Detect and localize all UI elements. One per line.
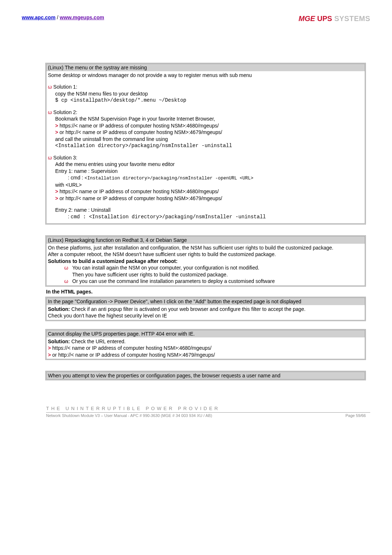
sol3-l3: : cmd : <Installation directory>/packagi… [48,174,363,182]
page-header: www.apc.com / www.mgeups.com MGE UPS SYS… [22,15,370,23]
box3-body: Solution: Check if an anti popup filter … [46,305,365,320]
box3-sol: Solution: Check if an anti popup filter … [48,306,363,312]
box1-intro: Some desktop or windows manager do not p… [48,72,363,78]
box3-l2: Check you don't have the highest securit… [48,312,363,319]
omega-icon: ω [48,109,52,115]
box2-li2: Or you can use the command line installa… [64,278,363,284]
sol2-l3: > or http://< name or IP address of comp… [48,129,363,135]
footer-page: Page 59/66 [346,413,366,418]
chevron-right-icon: > [55,129,58,135]
box2-body: On these platforms, just after Installat… [46,244,365,285]
logo-systems: SYSTEMS [332,15,370,23]
footer-left: Network Shutdown Module V3 – User Manual… [46,413,212,418]
sol1-label: ω Solution 1: [48,84,363,90]
box4-body: Solution: Check the URL entered. > https… [46,337,365,359]
box-http-404: Cannot display the UPS properties page. … [45,329,366,360]
logo: MGE UPS SYSTEMS [299,15,370,23]
sol2-l2: > https://< name or IP address of comput… [48,122,363,129]
box2-list: You can install again the NSM on your co… [48,264,363,284]
chevron-right-icon: > [55,123,58,129]
sol2-l4: and call the uninstall from the command … [48,136,363,142]
sol3-l1: Add the menu entries using your favorite… [48,161,363,167]
box4-header: Cannot display the UPS properties page. … [46,330,365,337]
omega-icon: ω [48,84,52,90]
sol3-l4: with <URL> [48,182,363,188]
box1-body: Some desktop or windows manager do not p… [46,71,365,223]
sol3-label: ω Solution 3: [48,154,363,161]
box2-li1b: Then you have sufficient user rights to … [64,271,363,278]
box4-l2: > https://< name or IP address of comput… [48,345,363,351]
box2-p1: On these platforms, just after Installat… [48,244,363,251]
box2-p2: After a computer reboot, the NSM doesn't… [48,251,363,258]
chevron-right-icon: > [48,352,51,358]
chevron-right-icon: > [55,189,58,194]
chevron-right-icon: > [48,345,51,351]
section-html-pages: In the HTML pages. [46,289,370,295]
link-sep: / [56,15,60,20]
chevron-right-icon: > [55,195,58,201]
sol3-l2: Entry 1: name : Supervision [48,168,363,174]
sol2-l5: <Installation directory>/packaging/nsmIn… [48,142,363,149]
header-links: www.apc.com / www.mgeups.com [22,15,104,20]
box3-header: In the page "Configuration -> Power Devi… [46,298,365,305]
link-apc[interactable]: www.apc.com [22,15,56,20]
sol2-l1: Bookmark the NSM Supervision Page in you… [48,116,363,122]
sol3-l8: : cmd : <Installation directory>/packagi… [48,213,363,220]
box-auth-prompt: When you attempt to view the properties … [45,371,366,380]
link-mgeups[interactable]: www.mgeups.com [60,15,104,20]
page-footer: THE UNINTERRUPTIBLE POWER PROVIDER Netwo… [22,406,370,418]
logo-ups: UPS [315,15,332,23]
box2-header: (Linux) Repackaging function on Redhat 3… [46,236,365,244]
box4-l3: > or http://< name or IP address of comp… [48,352,363,358]
logo-mge: MGE [299,15,315,23]
box1-header: (Linux) The menu or the systray are miss… [46,64,365,71]
box4-sol: Solution: Check the URL entered. [48,338,363,345]
omega-icon: ω [48,155,52,161]
box5-header: When you attempt to view the properties … [46,372,365,379]
box2-p3: Solutions to build a customized package … [48,258,363,264]
box-linux-menu-missing: (Linux) The menu or the systray are miss… [45,63,366,224]
footer-tagline: THE UNINTERRUPTIBLE POWER PROVIDER [46,406,370,411]
box2-li1: You can install again the NSM on your co… [64,264,363,271]
footer-line: Network Shutdown Module V3 – User Manual… [46,413,370,418]
sol1-l2: $ cp <installpath>/desktop/*.menu ~/Desk… [48,97,363,104]
sol2-label: ω Solution 2: [48,109,363,116]
sol3-l5: > https://< name or IP address of comput… [48,188,363,195]
sol3-l7: Entry 2: name : Uninstall [48,207,363,213]
box-linux-repackaging: (Linux) Repackaging function on Redhat 3… [45,235,366,287]
footer-divider [46,412,370,413]
sol1-l1: copy the NSM menu files to your desktop [48,90,363,97]
sol3-l6: > or http://< name or IP address of comp… [48,195,363,202]
box-add-button-page: In the page "Configuration -> Power Devi… [45,297,366,321]
